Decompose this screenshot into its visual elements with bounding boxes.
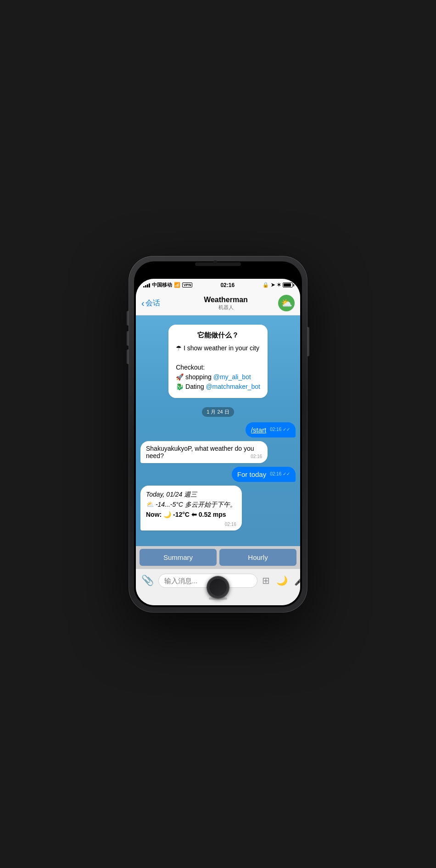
double-check-icon: ✓✓ — [283, 427, 290, 432]
weather-content: Today, 01/24 週三 ⛅ -14...-5°C 多云开始于下午。 No… — [146, 489, 236, 520]
wifi-icon: 📶 — [174, 282, 180, 288]
back-chevron-icon: ‹ — [141, 298, 145, 309]
sticker-icon[interactable]: ⊞ — [260, 574, 272, 587]
welcome-dating: 🐉 Dating @matchmaker_bot — [176, 382, 260, 392]
status-left: 中国移动 📶 VPN — [143, 282, 192, 288]
carrier-name: 中国移动 — [152, 282, 172, 288]
nav-subtitle: 机器人 — [173, 304, 278, 311]
chat-area: 它能做什么？ ☂ I show weather in your city Che… — [136, 315, 300, 546]
welcome-checkout: Checkout: — [176, 363, 260, 372]
weather-line1: Today, 01/24 週三 — [146, 489, 236, 499]
weather-line2: ⛅ -14...-5°C 多云开始于下午。 — [146, 499, 236, 509]
location-icon: ➤ — [271, 282, 275, 288]
lock-icon: 🔒 — [263, 282, 269, 288]
nav-title: Weatherman — [173, 296, 278, 304]
msg-for-today: For today 02:16 ✓✓ — [232, 467, 296, 482]
msg-start: /start 02:16 ✓✓ — [246, 422, 296, 437]
phone-frame: 中国移动 📶 VPN 02:16 🔒 ➤ ✶ ‹ 会话 — [129, 256, 307, 613]
welcome-line1: ☂ I show weather in your city — [176, 343, 260, 353]
weather-line3: Now: 🌙 -12°C ⬅ 0.52 mps — [146, 509, 236, 520]
chat-action-buttons: Summary Hourly — [136, 546, 300, 569]
status-time: 02:16 — [220, 282, 235, 288]
welcome-body: ☂ I show weather in your city Checkout: … — [176, 343, 260, 392]
signal-icon — [143, 283, 150, 287]
status-bar: 中国移动 📶 VPN 02:16 🔒 ➤ ✶ — [136, 279, 300, 292]
vpn-badge: VPN — [182, 282, 192, 287]
msg-for-today-time: 02:16 ✓✓ — [270, 471, 290, 476]
msg-bot-question-time: 02:16 — [251, 454, 262, 459]
msg-weather-info: Today, 01/24 週三 ⛅ -14...-5°C 多云开始于下午。 No… — [140, 486, 242, 531]
weather-time: 02:16 — [225, 522, 236, 527]
ios-screen: 中国移动 📶 VPN 02:16 🔒 ➤ ✶ ‹ 会话 — [136, 279, 300, 605]
msg-bot-question: ShakuyakukyoP, what weather do you need?… — [140, 441, 268, 463]
hourly-button[interactable]: Hourly — [219, 549, 296, 566]
msg-start-text: /start — [251, 426, 266, 434]
back-button[interactable]: ‹ 会话 — [141, 298, 173, 309]
shopping-link[interactable]: @my_ali_bot — [213, 373, 251, 381]
emoji-icon[interactable]: 🌙 — [274, 574, 290, 587]
double-check-icon2: ✓✓ — [283, 471, 290, 476]
msg-start-time: 02:16 ✓✓ — [270, 427, 290, 432]
welcome-title: 它能做什么？ — [176, 331, 260, 340]
msg-bot-question-text: ShakuyakukyoP, what weather do you need? — [146, 445, 254, 459]
phone-screen: 中国移动 📶 VPN 02:16 🔒 ➤ ✶ ‹ 会话 — [134, 261, 302, 607]
battery-icon — [283, 282, 293, 287]
attach-icon[interactable]: 📎 — [140, 573, 156, 588]
front-camera — [213, 260, 217, 264]
bot-avatar[interactable]: ⛅ — [278, 295, 295, 311]
nav-center: Weatherman 机器人 — [173, 296, 278, 311]
bluetooth-icon: ✶ — [277, 282, 281, 288]
summary-button[interactable]: Summary — [140, 549, 217, 566]
msg-for-today-text: For today — [237, 470, 266, 478]
welcome-shopping: 🚀 shopping @my_ali_bot — [176, 372, 260, 382]
status-right: 🔒 ➤ ✶ — [263, 282, 293, 288]
navigation-bar: ‹ 会话 Weatherman 机器人 ⛅ — [136, 292, 300, 315]
mic-icon[interactable]: 🎤 — [292, 574, 300, 587]
home-button[interactable] — [207, 576, 229, 599]
date-separator: 1 月 24 日 — [202, 407, 234, 417]
speaker — [195, 262, 241, 266]
dating-link[interactable]: @matchmaker_bot — [206, 383, 260, 390]
welcome-bubble: 它能做什么？ ☂ I show weather in your city Che… — [168, 325, 268, 398]
back-label: 会话 — [145, 299, 160, 308]
